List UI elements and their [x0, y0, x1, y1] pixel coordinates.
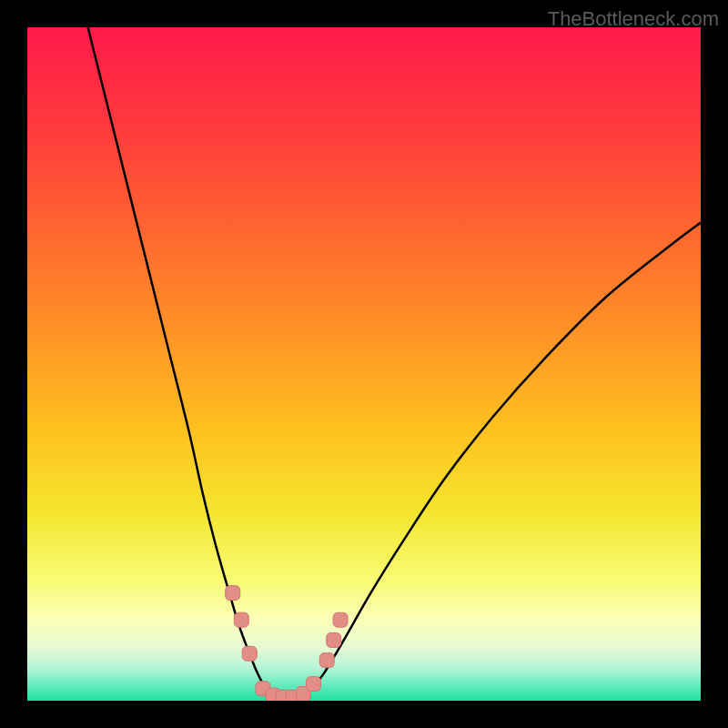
watermark-text: TheBottleneck.com	[548, 7, 719, 31]
data-marker	[226, 586, 240, 601]
data-marker	[242, 646, 257, 661]
chart-container	[27, 27, 701, 701]
data-marker	[327, 632, 341, 647]
data-marker	[234, 612, 248, 627]
data-markers	[226, 586, 348, 701]
data-marker	[333, 612, 348, 627]
left-curve-line	[88, 27, 277, 699]
data-marker	[319, 653, 334, 668]
data-marker	[307, 677, 321, 692]
right-curve-line	[303, 223, 701, 699]
chart-curves	[27, 27, 701, 701]
